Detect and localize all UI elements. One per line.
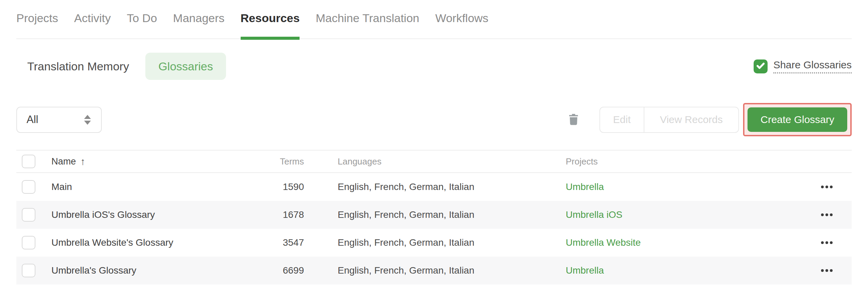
create-glossary-button[interactable]: Create Glossary xyxy=(748,107,847,132)
row-menu-ellipsis-icon[interactable] xyxy=(820,239,833,247)
select-all-checkbox[interactable] xyxy=(22,155,35,168)
project-link[interactable]: Umbrella Website xyxy=(566,237,641,248)
glossary-name: Main xyxy=(51,181,252,192)
row-menu-ellipsis-icon[interactable] xyxy=(820,183,833,191)
trash-icon xyxy=(567,112,580,127)
table-row: Umbrella's Glossary 6699 English, French… xyxy=(16,257,852,284)
share-glossaries-checkbox[interactable] xyxy=(754,59,768,73)
share-glossaries-control: Share Glossaries xyxy=(754,59,852,73)
glossary-languages: English, French, German, Italian xyxy=(304,209,532,220)
sort-ascending-icon: ↑ xyxy=(80,156,85,167)
annotation-highlight: Create Glossary xyxy=(743,103,852,136)
glossary-name: Umbrella's Glossary xyxy=(51,265,252,276)
top-nav: Projects Activity To Do Managers Resourc… xyxy=(16,0,852,39)
glossaries-page: Projects Activity To Do Managers Resourc… xyxy=(0,0,868,295)
sort-arrows-icon xyxy=(84,115,91,125)
filter-select[interactable]: All xyxy=(16,107,102,133)
glossaries-toolbar: All Edit View Records Create Glossary xyxy=(16,103,852,136)
tab-machine-translation[interactable]: Machine Translation xyxy=(316,12,419,38)
tab-resources[interactable]: Resources xyxy=(241,12,300,38)
view-records-button[interactable]: View Records xyxy=(644,107,739,132)
project-link[interactable]: Umbrella xyxy=(566,265,604,276)
glossary-languages: English, French, German, Italian xyxy=(304,237,532,248)
glossaries-table: Name ↑ Terms Languages Projects Main 159… xyxy=(16,150,852,284)
resources-subnav: Translation Memory Glossaries Share Glos… xyxy=(16,53,852,80)
row-checkbox[interactable] xyxy=(22,180,35,194)
share-glossaries-label[interactable]: Share Glossaries xyxy=(773,59,852,73)
project-link[interactable]: Umbrella iOS xyxy=(566,209,622,220)
checkmark-icon xyxy=(756,61,765,72)
row-menu-ellipsis-icon[interactable] xyxy=(820,266,833,275)
glossary-name: Umbrella Website's Glossary xyxy=(51,237,252,248)
glossary-terms-count: 3547 xyxy=(252,237,304,248)
project-link[interactable]: Umbrella xyxy=(566,181,604,192)
glossary-terms-count: 1678 xyxy=(252,209,304,220)
subtab-translation-memory[interactable]: Translation Memory xyxy=(16,53,140,80)
column-header-languages[interactable]: Languages xyxy=(304,156,532,167)
glossary-terms-count: 1590 xyxy=(252,181,304,192)
tab-managers[interactable]: Managers xyxy=(173,12,224,38)
table-row: Umbrella Website's Glossary 3547 English… xyxy=(16,229,852,257)
glossary-languages: English, French, German, Italian xyxy=(304,181,532,192)
tab-workflows[interactable]: Workflows xyxy=(435,12,488,38)
row-checkbox[interactable] xyxy=(22,264,35,277)
tab-projects[interactable]: Projects xyxy=(16,12,58,38)
glossary-name: Umbrella iOS's Glossary xyxy=(51,209,252,220)
row-checkbox[interactable] xyxy=(22,236,35,249)
table-row: Main 1590 English, French, German, Itali… xyxy=(16,173,852,201)
filter-select-value: All xyxy=(27,114,38,126)
column-header-terms[interactable]: Terms xyxy=(252,156,304,167)
tab-todo[interactable]: To Do xyxy=(127,12,157,38)
column-header-name[interactable]: Name ↑ xyxy=(51,156,252,167)
delete-button[interactable] xyxy=(567,112,580,127)
tab-activity[interactable]: Activity xyxy=(74,12,111,38)
selection-actions-group: Edit View Records xyxy=(599,107,739,133)
glossary-languages: English, French, German, Italian xyxy=(304,265,532,276)
row-checkbox[interactable] xyxy=(22,208,35,222)
glossary-terms-count: 6699 xyxy=(252,265,304,276)
column-header-projects[interactable]: Projects xyxy=(532,156,788,167)
name-header-label: Name xyxy=(51,156,76,167)
subtab-glossaries[interactable]: Glossaries xyxy=(145,53,226,80)
table-header-row: Name ↑ Terms Languages Projects xyxy=(16,150,852,173)
row-menu-ellipsis-icon[interactable] xyxy=(820,211,833,219)
table-row: Umbrella iOS's Glossary 1678 English, Fr… xyxy=(16,201,852,229)
edit-button[interactable]: Edit xyxy=(600,107,644,132)
